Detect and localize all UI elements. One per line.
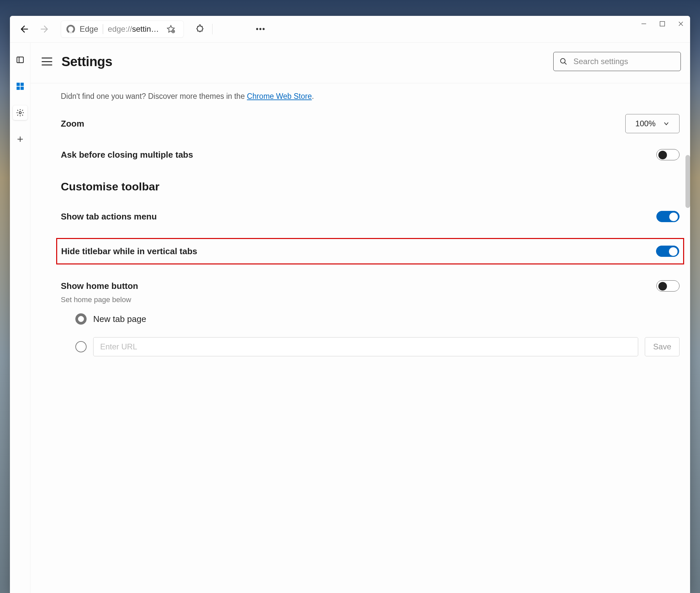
active-tab[interactable]: Edge edge://settin… [61,21,184,38]
svg-rect-5 [16,87,20,90]
home-newtab-label: New tab page [93,314,146,324]
home-url-option: Save [75,337,680,356]
show-home-label: Show home button [61,281,138,291]
show-home-row: Show home button [61,280,680,291]
browser-window: Edge edge://settin… ••• [10,16,690,593]
svg-point-7 [19,112,21,114]
zoom-label: Zoom [61,119,84,129]
settings-search[interactable] [553,52,681,71]
show-tab-actions-label: Show tab actions menu [61,211,157,222]
search-input[interactable] [573,57,674,66]
settings-tab-icon[interactable] [13,106,28,120]
home-url-radio[interactable] [75,341,87,352]
minimize-button[interactable] [634,16,653,32]
home-newtab-radio[interactable] [75,313,87,325]
show-tab-actions-row: Show tab actions menu [61,211,680,222]
window-controls [634,16,690,32]
home-url-input[interactable] [93,337,638,356]
show-home-toggle[interactable] [656,280,680,291]
extensions-icon[interactable] [193,22,208,36]
nav-arrows [17,23,51,36]
save-button[interactable]: Save [645,337,680,356]
ask-close-toggle[interactable] [656,149,680,160]
tab-divider [103,24,103,34]
content-header: Settings [30,43,690,83]
chevron-down-icon [663,120,670,127]
theme-note: Didn't find one you want? Discover more … [61,92,680,101]
ask-close-row: Ask before closing multiple tabs [61,149,680,160]
page-title: Settings [61,54,112,69]
close-button[interactable] [671,16,690,32]
maximize-button[interactable] [653,16,671,32]
svg-rect-4 [20,83,24,86]
overflow-menu[interactable]: ••• [253,25,268,33]
scrollbar-thumb[interactable] [686,155,690,208]
menu-icon[interactable] [42,57,52,66]
back-button[interactable] [17,23,30,36]
tab-app-name: Edge [80,25,98,34]
show-home-sublabel: Set home page below [61,295,680,304]
hide-titlebar-label: Hide titlebar while in vertical tabs [61,246,197,256]
hide-titlebar-toggle[interactable] [656,246,679,257]
tab-url: edge://settin… [108,25,159,34]
new-tab-button[interactable] [13,132,28,147]
svg-rect-6 [20,87,24,90]
settings-scroll[interactable]: Didn't find one you want? Discover more … [30,83,690,593]
home-newtab-option: New tab page [75,313,680,325]
ask-close-label: Ask before closing multiple tabs [61,150,193,160]
tab-actions-icon[interactable] [13,52,28,67]
hide-titlebar-row: Hide titlebar while in vertical tabs [56,238,684,265]
chrome-web-store-link[interactable]: Chrome Web Store [247,92,312,101]
svg-point-8 [561,58,565,63]
vertical-tab-strip [10,43,30,593]
svg-rect-3 [16,83,20,86]
window-body: Settings Didn't find one you want? Disco… [10,42,690,593]
toolbar-divider [212,24,212,34]
titlebar: Edge edge://settin… ••• [10,16,690,42]
show-tab-actions-toggle[interactable] [656,211,680,222]
favorite-icon[interactable] [164,22,178,36]
forward-button[interactable] [38,23,51,36]
svg-rect-2 [17,57,24,63]
zoom-value: 100% [635,119,655,128]
zoom-dropdown[interactable]: 100% [625,114,680,133]
zoom-row: Zoom 100% [61,114,680,133]
settings-content: Settings Didn't find one you want? Disco… [30,43,690,593]
edge-icon [67,25,75,33]
toolbar-section-title: Customise toolbar [61,180,680,193]
svg-rect-1 [660,22,665,26]
search-icon [560,57,568,66]
windows-logo-icon[interactable] [13,79,28,93]
